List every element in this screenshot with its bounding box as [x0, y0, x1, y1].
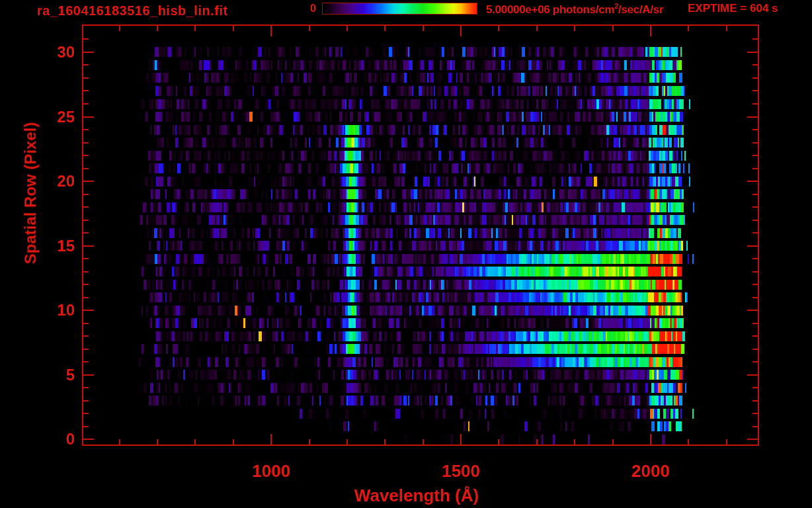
spectrogram-plot — [0, 0, 812, 508]
exptime-label: EXPTIME = 604 s — [688, 2, 778, 15]
y-tick-label: 5 — [22, 366, 75, 384]
y-tick-label: 10 — [22, 301, 75, 319]
x-tick-label: 1500 — [442, 461, 480, 482]
colorbar-min-label: 0 — [291, 3, 316, 15]
spectral-viewer-window: ra_160416183516_hisb_lin.fit 0 5.00000e+… — [0, 0, 812, 508]
y-tick-label: 0 — [22, 430, 75, 448]
x-axis-title: Wavelength (Å) — [354, 486, 479, 506]
colorbar-max-value: 5.00000e+06 photons/cm — [486, 3, 614, 16]
y-tick-label: 20 — [22, 172, 75, 190]
x-tick-label: 2000 — [631, 461, 670, 482]
colorbar-max-units: /sec/A/sr — [618, 3, 663, 16]
x-tick-label: 1000 — [252, 461, 290, 482]
filename-title: ra_160416183516_hisb_lin.fit — [37, 3, 228, 19]
y-tick-label: 30 — [22, 43, 75, 62]
colorbar-max-label: 5.00000e+06 photons/cm2/sec/A/sr — [486, 2, 663, 16]
y-tick-label: 15 — [22, 237, 75, 255]
y-tick-label: 25 — [22, 108, 75, 126]
colorbar-gradient — [322, 3, 477, 15]
